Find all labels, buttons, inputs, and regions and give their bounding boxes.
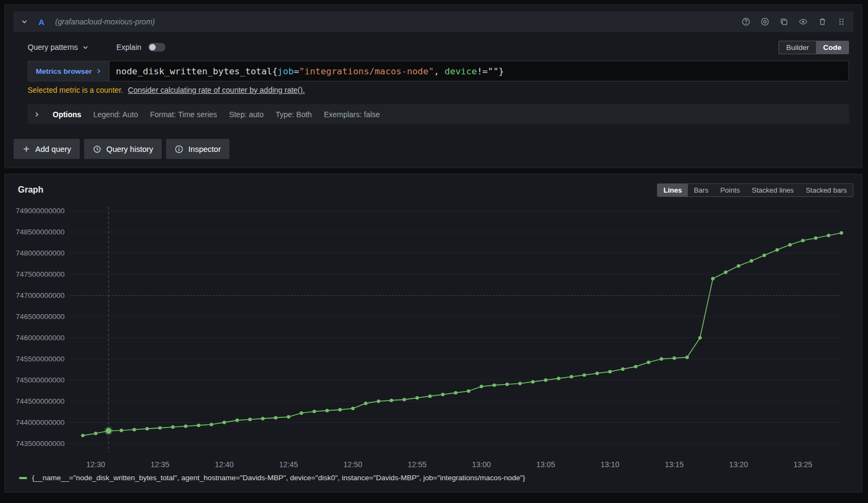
toggle-visibility-icon[interactable] <box>799 17 808 26</box>
series-legend[interactable]: {__name__="node_disk_written_bytes_total… <box>19 474 862 482</box>
query-expression-segment: != <box>477 66 488 77</box>
viz-mode-lines[interactable]: Lines <box>658 184 688 196</box>
query-header-actions <box>742 17 846 26</box>
editor-mode-group: Builder Code <box>778 41 849 54</box>
svg-text:13:00: 13:00 <box>472 460 491 469</box>
query-history-label: Query history <box>106 145 153 154</box>
options-bar[interactable]: Options Legend: Auto Format: Time series… <box>28 104 849 124</box>
history-icon <box>93 145 101 154</box>
svg-text:12:40: 12:40 <box>215 460 234 469</box>
query-toolbar: Query patterns Explain Builder Code <box>28 40 849 54</box>
delete-query-icon[interactable] <box>818 17 827 26</box>
explain-control: Explain <box>117 43 165 52</box>
graph-panel-header: Graph LinesBarsPointsStacked linesStacke… <box>5 174 862 198</box>
query-expression-segment: job <box>278 66 294 77</box>
inspector-label: Inspector <box>188 145 221 154</box>
svg-text:12:50: 12:50 <box>343 460 362 469</box>
drag-handle-icon[interactable] <box>837 17 846 26</box>
viz-mode-bars[interactable]: Bars <box>688 184 714 196</box>
svg-text:746000000000: 746000000000 <box>16 334 65 342</box>
duplicate-query-icon[interactable] <box>780 17 788 26</box>
svg-text:748000000000: 748000000000 <box>16 249 65 257</box>
query-expression-segment: , <box>434 66 445 77</box>
metrics-browser-label: Metrics browser <box>36 67 92 75</box>
viz-mode-group: LinesBarsPointsStacked linesStacked bars <box>657 183 853 197</box>
svg-text:745500000000: 745500000000 <box>16 355 65 363</box>
svg-text:13:05: 13:05 <box>536 460 555 469</box>
svg-text:748500000000: 748500000000 <box>16 228 65 236</box>
svg-text:12:35: 12:35 <box>150 460 169 469</box>
svg-text:12:45: 12:45 <box>279 460 298 469</box>
code-mode-button[interactable]: Code <box>816 41 848 54</box>
query-row-header[interactable]: A (grafanacloud-moxious-prom) <box>14 11 853 32</box>
query-expression-input[interactable]: node_disk_written_bytes_total{job="integ… <box>109 61 849 81</box>
query-history-button[interactable]: Query history <box>84 139 162 159</box>
svg-text:743500000000: 743500000000 <box>16 440 65 448</box>
info-icon <box>175 145 183 154</box>
collapse-chevron-icon[interactable] <box>21 18 28 25</box>
query-expression-segment: "integrations/macos-node" <box>299 66 433 77</box>
counter-warning-text: Selected metric is a counter. <box>28 86 123 94</box>
svg-text:13:15: 13:15 <box>665 460 684 469</box>
query-expression-segment: device <box>445 66 477 77</box>
query-actions-row: Add query Query history Inspector <box>14 139 853 159</box>
query-expression-segment: = <box>293 66 299 77</box>
svg-text:744500000000: 744500000000 <box>16 397 65 405</box>
query-ref-id: A <box>39 17 44 27</box>
toggle-knob <box>149 44 156 50</box>
svg-text:746500000000: 746500000000 <box>16 313 65 321</box>
inspector-button[interactable]: Inspector <box>166 139 229 159</box>
rate-hint-link[interactable]: Consider calculating rate of counter by … <box>128 86 305 94</box>
chevron-right-icon <box>96 68 101 74</box>
query-expression-segment: "" <box>488 66 499 77</box>
query-expression-segment: node_disk_written_bytes_total{ <box>116 66 278 77</box>
plus-icon <box>22 145 30 153</box>
time-series-chart[interactable]: 7490000000007485000000007480000000007475… <box>9 199 856 474</box>
chevron-down-icon <box>82 44 88 50</box>
svg-text:744000000000: 744000000000 <box>16 418 65 426</box>
svg-text:13:20: 13:20 <box>729 460 748 469</box>
query-input-row: Metrics browser node_disk_written_bytes_… <box>28 61 849 81</box>
option-format: Format: Time series <box>150 110 217 119</box>
options-label: Options <box>53 110 81 119</box>
series-legend-label: {__name__="node_disk_written_bytes_total… <box>32 474 525 482</box>
svg-text:13:10: 13:10 <box>601 460 620 469</box>
svg-text:13:25: 13:25 <box>793 460 812 469</box>
svg-text:747000000000: 747000000000 <box>16 291 65 300</box>
option-step: Step: auto <box>229 110 264 119</box>
help-icon[interactable] <box>742 17 750 26</box>
option-legend: Legend: Auto <box>93 110 138 119</box>
query-expression: node_disk_written_bytes_total{job="integ… <box>116 66 504 77</box>
add-query-label: Add query <box>35 145 71 154</box>
metrics-browser-button[interactable]: Metrics browser <box>28 61 109 81</box>
circle-icon[interactable] <box>761 17 769 26</box>
panel-title: Graph <box>18 185 43 195</box>
counter-warning-row: Selected metric is a counter. Consider c… <box>28 86 849 97</box>
query-editor-body: Query patterns Explain Builder Code Metr… <box>14 40 853 124</box>
series-color-marker <box>19 477 27 479</box>
add-query-button[interactable]: Add query <box>14 139 80 159</box>
query-expression-segment: } <box>499 66 504 77</box>
viz-mode-points[interactable]: Points <box>714 184 746 196</box>
graph-panel: Graph LinesBarsPointsStacked linesStacke… <box>4 174 863 493</box>
svg-text:749000000000: 749000000000 <box>16 207 65 215</box>
explain-label: Explain <box>117 43 142 52</box>
viz-mode-stacked-bars[interactable]: Stacked bars <box>800 184 853 196</box>
svg-text:12:55: 12:55 <box>407 460 426 469</box>
svg-text:747500000000: 747500000000 <box>16 270 65 278</box>
query-patterns-label: Query patterns <box>28 43 78 52</box>
viz-mode-stacked-lines[interactable]: Stacked lines <box>746 184 800 196</box>
explain-toggle[interactable] <box>148 43 165 52</box>
builder-mode-button[interactable]: Builder <box>779 41 816 54</box>
svg-text:745000000000: 745000000000 <box>16 376 65 384</box>
svg-text:12:30: 12:30 <box>86 460 105 469</box>
option-type: Type: Both <box>276 110 312 119</box>
options-chevron-right-icon <box>34 111 40 118</box>
datasource-name: (grafanacloud-moxious-prom) <box>55 17 155 26</box>
option-exemplars: Exemplars: false <box>324 110 380 119</box>
query-patterns-dropdown[interactable]: Query patterns <box>28 43 88 52</box>
query-editor-panel: A (grafanacloud-moxious-prom) <box>4 4 863 168</box>
